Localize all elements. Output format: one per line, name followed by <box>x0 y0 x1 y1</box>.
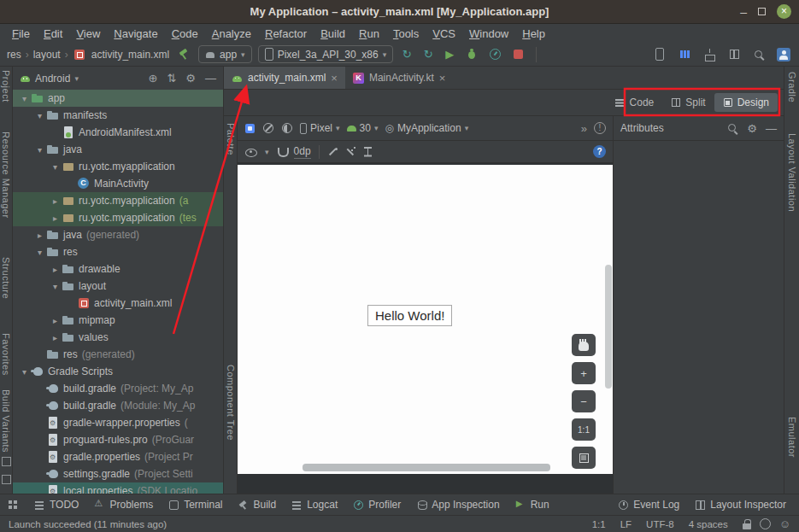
tree-collapse-arrow[interactable]: ▾ <box>18 367 31 377</box>
autoconnect-magnet-icon[interactable] <box>277 147 286 156</box>
tool-window-button-app-inspection[interactable]: App Inspection <box>408 496 507 513</box>
apply-code-changes-button[interactable]: ↻ <box>420 48 436 61</box>
mode-code[interactable]: Code <box>607 93 663 112</box>
menu-item-analyze[interactable]: Analyze <box>205 26 258 42</box>
tree-item-gradle-wrapper.properties[interactable]: gradle-wrapper.properties( <box>13 414 223 431</box>
notifications-icon[interactable] <box>760 518 771 529</box>
tool-button-build-variants[interactable]: Build Variants <box>1 389 11 453</box>
tool-window-button-problems[interactable]: Problems <box>86 496 161 513</box>
tree-item-activity_main.xml[interactable]: activity_main.xml <box>13 295 223 312</box>
menu-item-tools[interactable]: Tools <box>386 26 426 42</box>
search-icon[interactable] <box>726 122 738 134</box>
menu-item-refactor[interactable]: Refactor <box>258 26 314 42</box>
tool-window-button-profiler[interactable]: Profiler <box>345 496 408 513</box>
tree-item-mipmap[interactable]: ▸mipmap <box>13 312 223 329</box>
menu-item-file[interactable]: File <box>5 26 37 42</box>
stop-button[interactable] <box>509 46 526 63</box>
search-everywhere-button[interactable] <box>750 46 767 63</box>
tree-item-gradle.properties[interactable]: gradle.properties(Project Pr <box>13 448 223 465</box>
component-tree-tab[interactable]: Component Tree <box>226 365 236 441</box>
project-structure-button[interactable] <box>676 46 693 63</box>
tree-collapse-arrow[interactable]: ▾ <box>33 111 46 120</box>
zoom-out-button[interactable]: − <box>572 390 596 412</box>
hide-panel-icon[interactable]: — <box>766 122 777 135</box>
tool-window-button-todo[interactable]: TODO <box>26 496 86 513</box>
run-button[interactable]: ▶ <box>442 48 457 61</box>
tab-mainactivity.kt[interactable]: KMainActivity.kt× <box>345 67 453 89</box>
menu-item-navigate[interactable]: Navigate <box>107 26 164 42</box>
menu-item-help[interactable]: Help <box>515 26 552 42</box>
menu-item-window[interactable]: Window <box>462 26 515 42</box>
menu-item-view[interactable]: View <box>69 26 107 42</box>
tool-button-resource-manager[interactable]: Resource Manager <box>1 132 11 219</box>
tree-item-build.gradle[interactable]: build.gradle(Project: My_Ap <box>13 380 223 397</box>
tree-item-mainactivity[interactable]: MainActivity <box>13 175 223 192</box>
feedback-smiley-icon[interactable]: ☺ <box>779 518 790 529</box>
blueprint-toggle-icon[interactable] <box>262 122 274 134</box>
tool-window-button-terminal[interactable]: Terminal <box>161 496 230 513</box>
tool-window-switcher-icon[interactable] <box>8 500 19 511</box>
tree-item-app[interactable]: ▾app <box>13 90 223 107</box>
horizontal-scrollbar[interactable] <box>303 464 550 471</box>
tree-expand-arrow[interactable]: ▸ <box>49 265 62 274</box>
close-tab-icon[interactable]: × <box>439 72 446 85</box>
settings-gear-icon[interactable]: ⚙ <box>747 122 757 135</box>
zoom-in-button[interactable]: + <box>572 362 596 384</box>
theme-select[interactable]: ◎ MyApplication ▾ <box>385 122 468 134</box>
tree-item-settings.gradle[interactable]: settings.gradle(Project Setti <box>13 465 223 482</box>
breadcrumb-item-res[interactable]: res <box>7 49 21 61</box>
close-tab-icon[interactable]: × <box>331 72 338 85</box>
build-hammer-button[interactable] <box>175 46 192 63</box>
layout-inspector-button[interactable] <box>726 46 743 63</box>
view-options-icon[interactable] <box>244 147 257 157</box>
tree-item-java[interactable]: ▾java <box>13 141 223 158</box>
tool-window-button-run[interactable]: Run <box>508 496 557 513</box>
infer-constraints-icon[interactable] <box>345 147 355 157</box>
guidelines-icon[interactable] <box>363 146 373 157</box>
profiler-button[interactable] <box>486 46 503 63</box>
tree-item-ru.yotc.myapplication[interactable]: ▸ru.yotc.myapplication(tes <box>13 209 223 226</box>
mode-design[interactable]: Design <box>714 93 778 112</box>
tree-item-java[interactable]: ▸java(generated) <box>13 226 223 243</box>
warnings-indicator[interactable]: ! <box>594 122 606 134</box>
tree-item-androidmanifest.xml[interactable]: AndroidManifest.xml <box>13 124 223 141</box>
mode-split[interactable]: Split <box>662 93 714 112</box>
hello-world-text[interactable]: Hello World! <box>367 305 452 326</box>
profile-avatar[interactable] <box>775 46 792 63</box>
tree-item-proguard-rules.pro[interactable]: proguard-rules.pro(ProGuar <box>13 431 223 448</box>
tree-collapse-arrow[interactable]: ▾ <box>49 282 62 291</box>
tree-expand-arrow[interactable]: ▸ <box>49 316 62 325</box>
debug-button[interactable] <box>463 46 480 63</box>
restore-button[interactable] <box>758 6 766 18</box>
tool-button-structure[interactable]: Structure <box>1 257 11 299</box>
menu-item-run[interactable]: Run <box>352 26 386 42</box>
tree-collapse-arrow[interactable]: ▾ <box>49 162 62 172</box>
tree-collapse-arrow[interactable]: ▾ <box>18 94 31 103</box>
tree-item-values[interactable]: ▸values <box>13 329 223 346</box>
tree-item-res[interactable]: res(generated) <box>13 346 223 363</box>
hide-panel-icon[interactable]: — <box>205 72 216 85</box>
status-lf[interactable]: LF <box>620 519 632 529</box>
clear-constraints-icon[interactable] <box>327 147 338 157</box>
tool-window-button-logcat[interactable]: Logcat <box>284 496 345 513</box>
tool-window-button-build[interactable]: Build <box>231 496 285 513</box>
tool-button-emulator[interactable]: Emulator <box>787 417 797 458</box>
minimize-button[interactable]: – <box>740 5 747 19</box>
menu-item-code[interactable]: Code <box>165 26 205 42</box>
overflow-chevron-icon[interactable]: » <box>581 122 587 135</box>
close-button[interactable]: × <box>777 4 791 19</box>
tree-item-manifests[interactable]: ▾manifests <box>13 107 223 124</box>
zoom-fit-button[interactable] <box>572 447 596 469</box>
tree-item-ru.yotc.myapplication[interactable]: ▸ru.yotc.myapplication(a <box>13 192 223 209</box>
sdk-manager-button[interactable] <box>701 46 718 63</box>
tool-button-icon[interactable] <box>2 457 11 466</box>
breadcrumb-item-activity_main.xml[interactable]: activity_main.xml <box>91 49 169 61</box>
pan-button[interactable] <box>572 334 596 356</box>
api-level-select[interactable]: 30 ▾ <box>347 122 379 134</box>
tool-button-gradle[interactable]: Gradle <box>787 72 797 102</box>
tool-button-icon[interactable] <box>2 475 11 484</box>
default-margin-value[interactable]: 0dp <box>294 145 311 159</box>
status-4-spaces[interactable]: 4 spaces <box>689 519 728 529</box>
tool-window-button-layout-inspector[interactable]: Layout Inspector <box>687 496 794 513</box>
design-canvas[interactable]: Hello World! + − 1:1 <box>238 163 613 494</box>
